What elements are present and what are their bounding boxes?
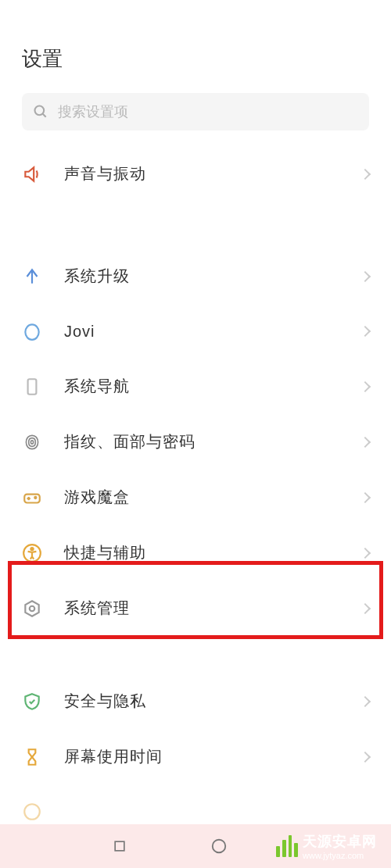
jovi-icon xyxy=(22,321,42,341)
row-label: 游戏魔盒 xyxy=(64,487,361,508)
chevron-right-icon xyxy=(360,168,371,179)
row-label: 系统管理 xyxy=(64,598,361,619)
row-jovi[interactable]: Jovi xyxy=(0,304,391,359)
chevron-right-icon xyxy=(360,695,371,706)
gamepad-icon xyxy=(22,488,42,508)
svg-point-13 xyxy=(24,804,40,820)
watermark-url: www.jytyaz.com xyxy=(303,851,377,860)
row-accessibility[interactable]: 快捷与辅助 xyxy=(0,525,391,580)
home-button[interactable] xyxy=(210,837,228,855)
accessibility-icon xyxy=(22,543,42,563)
shield-icon xyxy=(22,691,42,712)
svg-point-2 xyxy=(25,324,38,340)
fingerprint-icon xyxy=(22,432,42,452)
chevron-right-icon xyxy=(360,326,371,337)
row-label: Jovi xyxy=(64,323,361,341)
row-label: 屏幕使用时间 xyxy=(64,746,361,767)
svg-point-12 xyxy=(30,605,35,611)
search-input[interactable]: 搜索设置项 xyxy=(22,93,369,130)
row-label: 快捷与辅助 xyxy=(64,542,361,563)
page-title: 设置 xyxy=(22,45,369,73)
row-screentime[interactable]: 屏幕使用时间 xyxy=(0,729,391,784)
chevron-right-icon xyxy=(360,270,371,281)
svg-point-10 xyxy=(30,547,33,549)
row-label: 系统导航 xyxy=(64,376,361,397)
row-sound[interactable]: 声音与振动 xyxy=(0,146,391,202)
chevron-right-icon xyxy=(360,380,371,391)
svg-marker-11 xyxy=(25,601,38,616)
svg-rect-5 xyxy=(24,494,40,502)
row-security[interactable]: 安全与隐私 xyxy=(0,673,391,729)
watermark: 天源安卓网 www.jytyaz.com xyxy=(276,832,377,860)
watermark-name: 天源安卓网 xyxy=(303,832,377,851)
chevron-right-icon xyxy=(360,436,371,447)
recent-apps-button[interactable] xyxy=(110,837,129,855)
svg-rect-3 xyxy=(28,379,37,395)
svg-line-1 xyxy=(43,114,46,117)
sound-icon xyxy=(22,164,42,184)
row-label: 指纹、面部与密码 xyxy=(64,431,361,452)
search-placeholder: 搜索设置项 xyxy=(58,102,128,121)
phone-icon xyxy=(22,377,42,397)
row-upgrade[interactable]: 系统升级 xyxy=(0,248,391,304)
row-system-management[interactable]: 系统管理 xyxy=(0,580,391,636)
svg-point-8 xyxy=(34,496,36,498)
settings-list: 声音与振动 系统升级 Jovi 系统导航 xyxy=(0,146,391,839)
row-gamebox[interactable]: 游戏魔盒 xyxy=(0,470,391,525)
row-label: 安全与隐私 xyxy=(64,691,361,712)
svg-point-15 xyxy=(213,840,226,853)
svg-point-4 xyxy=(30,440,33,443)
chevron-right-icon xyxy=(360,491,371,502)
search-icon xyxy=(33,104,48,120)
arrow-up-icon xyxy=(22,266,42,287)
chevron-right-icon xyxy=(360,602,371,613)
svg-point-0 xyxy=(35,106,45,116)
unknown-icon xyxy=(22,802,42,822)
watermark-logo-icon xyxy=(276,835,298,857)
row-label: 系统升级 xyxy=(64,266,361,287)
row-label: 声音与振动 xyxy=(64,163,361,184)
gear-icon xyxy=(22,598,42,619)
chevron-right-icon xyxy=(360,547,371,558)
hourglass-icon xyxy=(22,747,42,767)
row-navigation[interactable]: 系统导航 xyxy=(0,359,391,414)
chevron-right-icon xyxy=(360,751,371,762)
row-biometric[interactable]: 指纹、面部与密码 xyxy=(0,414,391,470)
svg-rect-14 xyxy=(115,841,124,851)
